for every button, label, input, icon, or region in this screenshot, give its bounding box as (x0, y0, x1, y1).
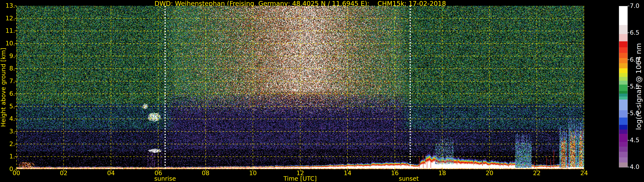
y-tick-mark (14, 131, 16, 132)
colorbar-segment (619, 134, 628, 142)
x-tick-mark (537, 169, 537, 171)
colorbar-segment (619, 25, 628, 34)
y-tick-mark (14, 5, 16, 6)
x-tick-mark (16, 169, 16, 171)
x-tick-mark (206, 169, 206, 171)
colorbar-segment (619, 68, 628, 73)
colorbar-segment (619, 152, 628, 157)
colorbar-tick-mark (628, 60, 630, 60)
y-tick-mark (14, 56, 16, 56)
colorbar-segment (619, 53, 628, 58)
y-tick-label: 12. (0, 15, 15, 22)
colorbar-segment (619, 147, 628, 152)
colorbar-segment (619, 81, 628, 85)
colorbar-segment (619, 73, 628, 77)
y-tick-label: 10. (0, 40, 15, 47)
y-tick-label: 8. (0, 65, 15, 72)
colorbar-segment (619, 47, 628, 53)
x-tick-mark (442, 169, 442, 171)
colorbar-segment (619, 110, 628, 117)
x-tick-mark (158, 169, 158, 171)
colorbar-tick-label: 7.0 (630, 3, 640, 9)
colorbar-segment (619, 58, 628, 63)
x-tick-mark (253, 169, 253, 171)
colorbar-segment (619, 41, 628, 47)
colorbar-segment (619, 125, 628, 130)
colorbar-segment (619, 85, 628, 91)
colorbar-segment (619, 130, 628, 134)
x-tick-mark (394, 169, 395, 171)
colorbar-segment (619, 99, 628, 110)
y-tick-mark (14, 43, 16, 44)
colorbar-segment (619, 63, 628, 68)
x-tick-mark (489, 169, 490, 171)
y-tick-label: 4. (0, 116, 15, 122)
sunrise-annotation: sunrise (154, 176, 176, 182)
y-tick-mark (14, 93, 16, 94)
y-tick-label: 6. (0, 90, 15, 97)
colorbar-tick-mark (628, 33, 630, 33)
y-tick-mark (14, 106, 16, 107)
x-tick-mark (63, 169, 64, 171)
colorbar-tick-mark (628, 113, 630, 113)
y-tick-mark (14, 81, 16, 81)
figure: DWD: Weihenstephan (Freising, Germany; 4… (0, 0, 644, 182)
colorbar-tick-mark (628, 140, 630, 140)
x-tick-mark (300, 169, 300, 171)
colorbar-segment (619, 77, 628, 81)
colorbar-segment (619, 163, 628, 167)
y-tick-label: 7. (0, 78, 15, 85)
colorbar-segment (619, 142, 628, 147)
colorbar-segment (619, 91, 628, 93)
colorbar-tick-label: 6.5 (630, 30, 640, 36)
colorbar-tick-label: 4.5 (630, 137, 640, 143)
colorbar-tick-mark (628, 167, 630, 167)
y-tick-label: 3. (0, 128, 15, 135)
x-axis-label: Time [UTC] (284, 176, 317, 182)
heatmap-canvas (16, 6, 584, 169)
colorbar-tick-mark (628, 6, 630, 6)
y-axis-label: Height above ground [km] (0, 48, 7, 127)
y-tick-mark (14, 156, 16, 157)
colorbar (619, 6, 628, 168)
x-tick-mark (111, 169, 111, 171)
x-tick-mark (584, 169, 584, 171)
colorbar-segment (619, 6, 628, 25)
y-tick-label: 9. (0, 53, 15, 59)
colorbar-segment (619, 93, 628, 96)
y-tick-label: 11. (0, 28, 15, 34)
x-tick-mark (347, 169, 348, 171)
sunset-annotation: sunset (399, 176, 419, 182)
colorbar-segment (619, 96, 628, 99)
y-tick-mark (14, 68, 16, 69)
y-tick-mark (14, 18, 16, 19)
colorbar-segment (619, 117, 628, 125)
y-tick-mark (14, 144, 16, 144)
colorbar-segment (619, 34, 628, 41)
colorbar-tick-mark (628, 86, 630, 87)
y-tick-mark (14, 31, 16, 31)
y-tick-label: 2. (0, 141, 15, 147)
colorbar-segment (619, 157, 628, 163)
y-tick-label: 1. (0, 153, 15, 160)
colorbar-label: log(rc-signal) @ 1064 nm (635, 43, 642, 130)
y-tick-label: 5. (0, 103, 15, 110)
colorbar-tick-label: 4.0 (630, 164, 640, 171)
y-tick-label: 13. (0, 2, 15, 9)
y-tick-mark (14, 119, 16, 119)
